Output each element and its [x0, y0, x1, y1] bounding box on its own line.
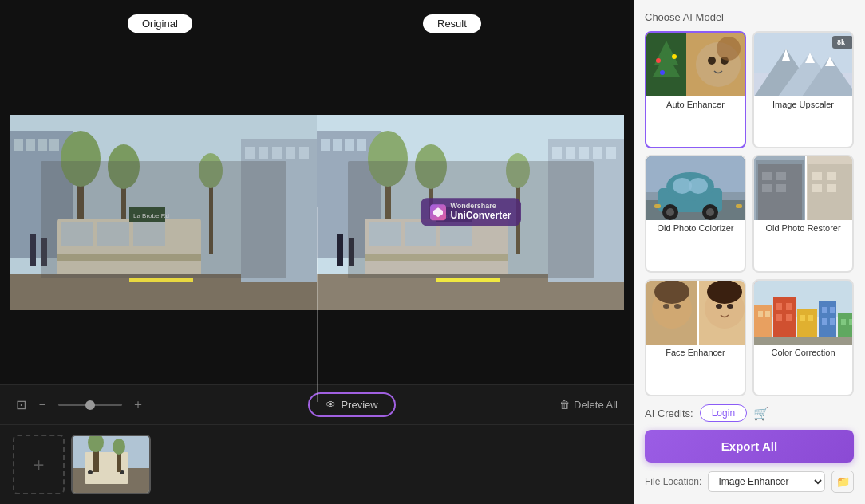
svg-rect-6 — [77, 163, 84, 258]
svg-rect-160 — [754, 337, 852, 345]
svg-point-89 — [721, 57, 729, 65]
left-panel: Original Result — [0, 0, 634, 504]
svg-rect-158 — [841, 319, 846, 325]
svg-rect-15 — [133, 222, 165, 246]
svg-point-106 — [689, 178, 708, 194]
original-label: Original — [128, 14, 192, 33]
svg-point-79 — [113, 439, 125, 455]
svg-point-9 — [108, 144, 140, 189]
svg-rect-59 — [349, 238, 354, 266]
file-location-label: File Location: — [645, 476, 701, 487]
svg-rect-143 — [765, 311, 770, 317]
svg-point-74 — [88, 470, 93, 474]
svg-rect-51 — [365, 254, 508, 261]
svg-point-42 — [368, 131, 408, 187]
delete-all-button[interactable]: 🗑 Delete All — [559, 399, 618, 411]
svg-rect-13 — [61, 222, 93, 246]
svg-rect-38 — [333, 139, 342, 151]
svg-rect-28 — [245, 147, 255, 159]
zoom-slider[interactable] — [58, 404, 122, 406]
svg-rect-122 — [812, 172, 822, 180]
svg-rect-60 — [564, 233, 571, 266]
export-all-button[interactable]: Export All — [645, 430, 854, 463]
svg-point-135 — [707, 281, 742, 304]
model-thumb-color-correction — [754, 281, 852, 345]
zoom-in-icon[interactable]: ＋ — [132, 396, 144, 413]
svg-point-87 — [696, 42, 741, 87]
toolbar-left: ⊡ － ＋ — [16, 396, 144, 413]
file-location-select[interactable]: Image EnhancerDesktopDocumentsCustom... — [708, 471, 825, 492]
svg-rect-26 — [269, 236, 275, 266]
svg-rect-67 — [606, 147, 616, 159]
delete-icon: 🗑 — [559, 399, 570, 411]
model-card-auto-enhancer[interactable]: Auto Enhancer — [645, 31, 746, 148]
original-scene: La Brobe Rd — [10, 115, 317, 310]
svg-rect-153 — [822, 307, 827, 313]
svg-marker-70 — [432, 207, 442, 217]
choose-model-title: Choose AI Model — [645, 11, 854, 23]
svg-point-88 — [708, 57, 716, 65]
preview-button[interactable]: 👁 Preview — [308, 392, 395, 417]
svg-rect-3 — [26, 139, 35, 151]
svg-rect-57 — [436, 278, 500, 282]
zoom-out-icon[interactable]: － — [36, 396, 49, 413]
svg-point-108 — [666, 208, 674, 216]
svg-rect-123 — [827, 172, 836, 180]
svg-point-86 — [660, 70, 665, 75]
model-card-old-photo-restorer[interactable]: Old Photo Restorer — [752, 155, 854, 272]
browse-folder-button[interactable]: 📁 — [831, 471, 854, 493]
login-button[interactable]: Login — [700, 404, 747, 422]
svg-rect-61 — [576, 236, 582, 266]
cart-icon[interactable]: 🛒 — [753, 406, 769, 421]
crop-icon[interactable]: ⊡ — [16, 397, 26, 412]
svg-point-137 — [727, 304, 733, 309]
svg-rect-32 — [299, 147, 309, 159]
model-card-old-photo-colorizer[interactable]: Old Photo Colorizer — [645, 155, 746, 272]
svg-rect-40 — [357, 139, 366, 151]
thumbnail-strip: + — [0, 424, 634, 504]
image-comparison: La Brobe Rd — [10, 115, 624, 310]
svg-rect-27 — [241, 139, 317, 282]
right-panel: Choose AI Model — [634, 0, 865, 504]
svg-point-110 — [706, 208, 714, 216]
svg-rect-47 — [365, 219, 508, 282]
svg-rect-8 — [121, 171, 126, 258]
add-image-button[interactable]: + — [13, 435, 65, 494]
svg-rect-30 — [272, 147, 282, 159]
svg-rect-155 — [822, 318, 827, 325]
svg-rect-151 — [808, 315, 813, 321]
model-card-face-enhancer[interactable]: Face Enhancer — [645, 279, 746, 396]
file-location-row: File Location: Image EnhancerDesktopDocu… — [645, 471, 854, 493]
model-label-auto-enhancer: Auto Enhancer — [646, 96, 745, 114]
model-thumb-image-upscaler: 8k — [754, 33, 852, 96]
svg-text:La Brobe Rd: La Brobe Rd — [133, 212, 169, 219]
svg-rect-29 — [259, 147, 268, 159]
svg-rect-14 — [97, 222, 129, 246]
result-image: La Brobe Rd Wondershare UniConverter — [317, 115, 624, 310]
svg-rect-22 — [129, 278, 193, 282]
svg-rect-73 — [85, 452, 128, 484]
model-label-color-correction: Color Correction — [754, 345, 852, 362]
model-card-image-upscaler[interactable]: 8k Image Upscaler — [752, 31, 854, 148]
model-thumb-auto-enhancer — [646, 33, 745, 96]
svg-rect-31 — [286, 147, 295, 159]
thumbnail-item[interactable] — [71, 435, 151, 494]
svg-rect-58 — [337, 234, 343, 266]
svg-rect-5 — [49, 139, 59, 151]
model-label-old-photo-colorizer: Old Photo Colorizer — [646, 220, 745, 238]
model-card-color-correction[interactable]: Color Correction — [752, 279, 854, 396]
model-grid: Auto Enhancer — [645, 31, 854, 396]
svg-rect-147 — [776, 314, 782, 321]
original-image: La Brobe Rd — [10, 115, 317, 310]
svg-rect-148 — [786, 314, 792, 321]
preview-eye-icon: 👁 — [326, 399, 336, 411]
svg-rect-62 — [548, 139, 624, 282]
svg-rect-12 — [57, 219, 201, 282]
svg-rect-64 — [566, 147, 575, 159]
svg-rect-25 — [257, 233, 263, 266]
model-thumb-old-photo-restorer — [754, 156, 852, 220]
svg-rect-66 — [593, 147, 602, 159]
svg-point-46 — [506, 153, 530, 188]
svg-rect-41 — [385, 163, 391, 258]
bottom-section: AI Credits: Login 🛒 Export All File Loca… — [645, 404, 854, 493]
